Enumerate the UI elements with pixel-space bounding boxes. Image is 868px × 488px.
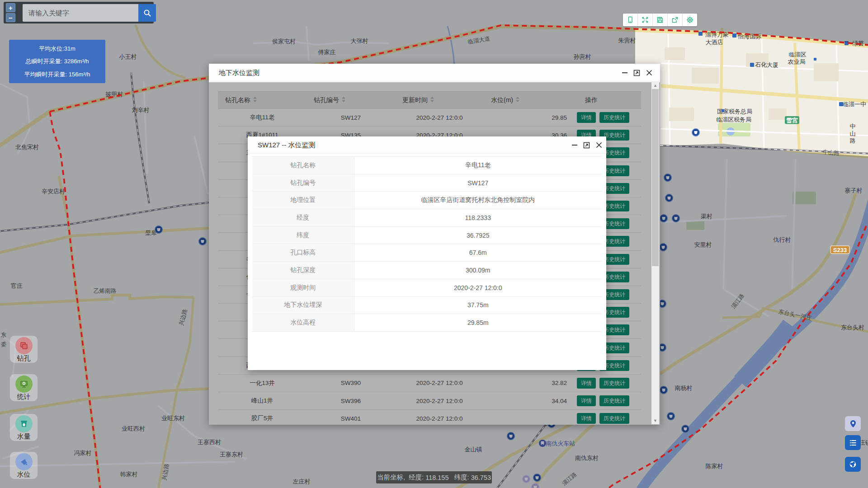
scroll-down-icon[interactable]: ▼	[651, 418, 659, 424]
search-input[interactable]	[23, 4, 138, 22]
basemap-globe-button[interactable]	[845, 457, 861, 472]
detail-value: 临淄区辛店街道窝托村东北角控制室院内	[354, 192, 602, 209]
detail-label: 地理位置	[252, 192, 354, 209]
groundwater-gis-app: 小王村侯家屯村大张村傅家庄披甲村刘辛村北焦宋村辛安店村官庄垕皋朱营村孙营村渠村安…	[0, 0, 868, 488]
water-level-icon	[15, 453, 33, 470]
sidebar-tool-water-level[interactable]: 水位	[10, 452, 38, 479]
save-icon[interactable]	[653, 14, 668, 26]
detail-row: 钻孔名称辛电11老	[252, 157, 602, 174]
maximize-icon[interactable]	[583, 142, 590, 149]
total-instant-extraction: 总瞬时开采量: 3286m³/h	[9, 57, 105, 66]
minimize-icon[interactable]	[621, 70, 628, 76]
maximize-icon[interactable]	[633, 70, 640, 76]
map-label: 临淄一中	[843, 101, 866, 108]
detail-row: 地理位置临淄区辛店街道窝托村东北角控制室院内	[252, 192, 602, 209]
dialog-header[interactable]: SW127 -- 水位监测	[248, 136, 606, 154]
detail-row: 地下水位埋深37.75m	[252, 296, 602, 314]
close-icon[interactable]	[595, 142, 602, 149]
scrollbar[interactable]: ▲ ▼	[651, 82, 659, 424]
detail-value: SW127	[354, 174, 602, 192]
statistics-icon	[15, 375, 33, 393]
coordinate-bar: 当前坐标, 经度: 118.155 纬度: 36.753	[376, 471, 492, 483]
avg-instant-extraction: 平均瞬时开采量: 156m³/h	[9, 70, 105, 79]
sidebar-tool-water-volume[interactable]: 水量	[10, 414, 38, 441]
list-icon	[849, 439, 857, 447]
search-button[interactable]	[138, 4, 156, 22]
share-icon[interactable]	[668, 14, 683, 26]
search-icon	[143, 9, 151, 17]
longitude-value: 118.155	[425, 474, 448, 481]
map-label: 中	[850, 123, 856, 130]
map-label: 临淄区	[789, 51, 807, 58]
map-label: 大酒店	[706, 39, 723, 46]
detail-label: 经度	[252, 209, 354, 227]
avg-water-level: 平均水位:31m	[9, 45, 105, 53]
detail-row: 观测时间2020-2-27 12:0:0	[252, 279, 602, 296]
detail-value: 2020-2-27 12:0:0	[354, 279, 602, 296]
map-toolbar	[623, 14, 697, 26]
scroll-up-icon[interactable]: ▲	[651, 82, 659, 89]
sidebar-tool-borehole[interactable]: 钻孔	[10, 336, 38, 363]
water-stats-info-box: 平均水位:31m 总瞬时开采量: 3286m³/h 平均瞬时开采量: 156m³…	[9, 40, 105, 83]
detail-value: 300.09m	[354, 262, 602, 279]
detail-value: 67.6m	[354, 244, 602, 262]
detail-label: 地下水位埋深	[252, 296, 354, 314]
dialog-header[interactable]: 地下水位监测	[209, 64, 660, 82]
zoom-out-button[interactable]: −	[6, 13, 15, 22]
sidebar-tool-statistics[interactable]: 统计	[10, 374, 38, 401]
svg-text:雪宫: 雪宫	[786, 117, 798, 124]
layer-list-button[interactable]	[845, 435, 861, 450]
detail-value: 辛电11老	[354, 157, 602, 174]
zoom-in-button[interactable]: +	[6, 3, 15, 12]
map-badge: S233	[830, 246, 849, 254]
globe-icon	[849, 460, 857, 469]
svg-text:S233: S233	[833, 247, 847, 253]
detail-label: 钻孔深度	[252, 262, 354, 279]
minimize-icon[interactable]	[571, 142, 578, 149]
detail-label: 孔口标高	[252, 244, 354, 262]
detail-row: 水位高程29.85m	[252, 314, 602, 332]
detail-label: 观测时间	[252, 279, 354, 296]
close-icon[interactable]	[646, 70, 652, 76]
mobile-icon[interactable]	[623, 14, 638, 26]
settings-icon[interactable]	[683, 14, 697, 26]
detail-row: 孔口标高67.6m	[252, 244, 602, 262]
map-marker-blue[interactable]	[692, 129, 700, 136]
detail-value: 37.75m	[354, 296, 602, 314]
borehole-detail-dialog: SW127 -- 水位监测 钻孔名称辛电11老钻孔编号SW127地理位置临淄区辛…	[248, 136, 606, 370]
dialog-title: SW127 -- 水位监测	[258, 136, 316, 154]
detail-label: 水位高程	[252, 314, 354, 332]
locate-pin-icon	[849, 419, 858, 428]
search-panel: + −	[4, 2, 154, 23]
detail-label: 钻孔编号	[252, 174, 354, 192]
expand-icon[interactable]	[638, 14, 653, 26]
detail-label: 纬度	[252, 226, 354, 244]
map-label: 路	[850, 137, 856, 144]
detail-row: 钻孔编号SW127	[252, 174, 602, 192]
detail-table: 钻孔名称辛电11老钻孔编号SW127地理位置临淄区辛店街道窝托村东北角控制室院内…	[252, 156, 602, 332]
map-badge: 雪宫	[785, 116, 799, 124]
detail-label: 钻孔名称	[252, 157, 354, 174]
dialog-title: 地下水位监测	[219, 64, 259, 82]
map-label: 石化大厦	[755, 61, 778, 68]
map-label: 山	[850, 130, 856, 137]
latitude-value: 36.753	[471, 474, 491, 481]
borehole-icon	[15, 337, 33, 354]
locate-button[interactable]	[845, 416, 861, 431]
detail-row: 纬度36.7925	[252, 226, 602, 244]
detail-row: 钻孔深度300.09m	[252, 262, 602, 279]
detail-row: 经度118.2333	[252, 209, 602, 227]
detail-value: 36.7925	[354, 226, 602, 244]
map-label: 农业局	[788, 58, 806, 65]
water-volume-icon	[15, 415, 33, 432]
scrollbar-thumb[interactable]	[652, 89, 659, 266]
detail-value: 118.2333	[354, 209, 602, 227]
detail-value: 29.85m	[354, 314, 602, 332]
map-label: 淄博万豪	[705, 31, 729, 38]
map-label: 临淄区税务局	[716, 116, 751, 123]
